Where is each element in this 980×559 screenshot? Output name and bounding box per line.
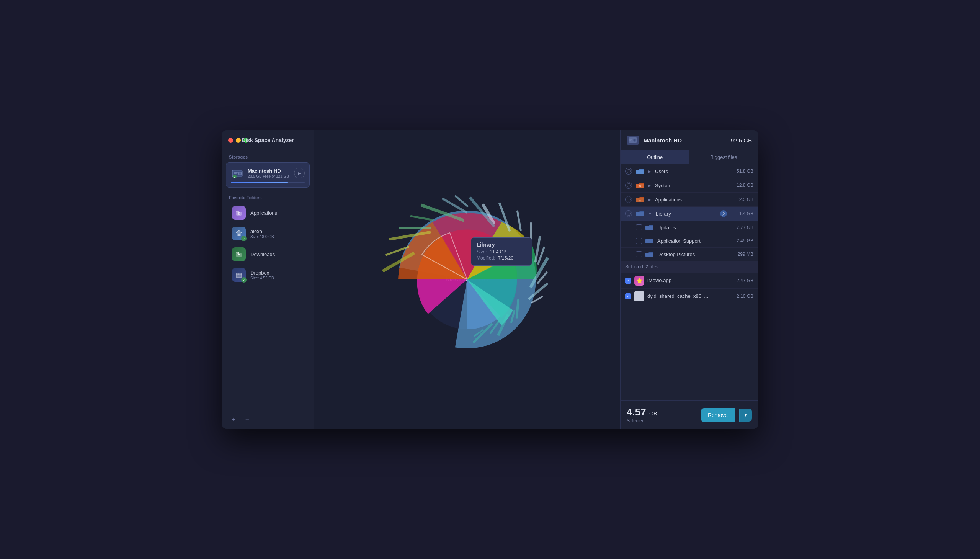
storages-label: Storages — [222, 150, 314, 162]
file-row-system[interactable]: ⓘ ✕ ▶ System 12.8 GB — [621, 179, 758, 193]
info-btn-users[interactable]: ⓘ — [625, 168, 632, 175]
info-btn-applications[interactable]: ⓘ — [625, 196, 632, 203]
selected-file-dyld[interactable]: dyld_shared_cache_x86_... 2.10 GB — [621, 289, 758, 304]
info-btn-system[interactable]: ⓘ — [625, 182, 632, 189]
right-header-title: Macintosh HD — [643, 137, 726, 144]
expand-arrow-system[interactable]: ▶ — [648, 184, 651, 188]
sidebar-item-downloads[interactable]: Downloads — [225, 244, 311, 264]
checkbox-desktop-pictures[interactable] — [636, 251, 642, 257]
file-row-app-support[interactable]: Application Support 2.45 GB — [621, 234, 758, 248]
storage-progress-fill — [231, 182, 288, 184]
storage-item-left: ✓ Macintosh HD 28.5 GB Free of 121 GB — [231, 167, 289, 180]
box-icon — [235, 271, 243, 279]
navigate-icon-library[interactable] — [720, 210, 727, 217]
sidebar-item-applications[interactable]: ⊞ Applications — [225, 203, 311, 223]
tabs: Outline Biggest files — [621, 150, 758, 164]
file-name-system: System — [655, 183, 727, 189]
dropbox-icon-wrap: ✓ — [232, 268, 246, 282]
svg-point-53 — [720, 210, 727, 217]
favorites-label: Favorite Folders — [222, 190, 314, 203]
file-list: ⓘ ▶ Users 51.8 GB ⓘ ✕ ▶ System 1 — [621, 164, 758, 261]
checkbox-updates[interactable] — [636, 224, 642, 230]
tab-biggest-files[interactable]: Biggest files — [689, 150, 759, 164]
svg-rect-55 — [645, 239, 653, 243]
info-btn-library[interactable]: ⓘ — [625, 210, 632, 217]
dropbox-info: Dropbox Size: 4.52 GB — [250, 270, 304, 280]
add-button[interactable]: + — [229, 415, 238, 424]
storage-free: 28.5 GB Free of 121 GB — [248, 174, 289, 179]
folder-icon-applications: ⊞ — [635, 196, 645, 203]
svg-rect-32 — [399, 227, 431, 229]
downloads-info: Downloads — [250, 251, 304, 257]
svg-rect-13 — [236, 252, 239, 253]
scan-button[interactable]: ▶ — [294, 168, 305, 179]
selected-size-display: 4.57 GB — [627, 406, 696, 418]
remove-dropdown-button[interactable]: ▼ — [739, 408, 752, 422]
downloads-icon — [235, 250, 243, 258]
selected-size: 4.57 GB Selected — [627, 406, 696, 423]
sidebar-item-dropbox[interactable]: ✓ Dropbox Size: 4.52 GB — [225, 265, 311, 285]
imovie-icon: ⭐ — [634, 276, 644, 286]
hdd-icon: ✓ — [231, 167, 244, 180]
folder-icon-app-support — [645, 237, 654, 244]
dropbox-size: Size: 4.52 GB — [250, 276, 304, 280]
tooltip-title: Library — [477, 241, 526, 248]
sidebar-bottom: + − — [222, 410, 314, 429]
sidebar: Disk Space Analyzer Storages ✓ — [222, 130, 314, 429]
file-row-applications[interactable]: ⓘ ⊞ ▶ Applications 12.5 GB — [621, 193, 758, 207]
sidebar-item-alexa[interactable]: ✓ alexa Size: 18.0 GB — [225, 223, 311, 243]
expand-arrow-users[interactable]: ▶ — [648, 169, 651, 174]
tooltip-size-label: Size: — [477, 249, 487, 255]
disk-chart[interactable]: Macintosh HD — [371, 184, 563, 375]
checkbox-imovie[interactable] — [625, 278, 631, 284]
expand-arrow-applications[interactable]: ▶ — [648, 198, 651, 202]
tooltip-modified-row: Modified: 7/15/20 — [477, 255, 526, 261]
svg-text:✓: ✓ — [233, 176, 236, 179]
file-row-users[interactable]: ⓘ ▶ Users 51.8 GB — [621, 164, 758, 179]
svg-rect-20 — [530, 222, 532, 239]
file-name-applications: Applications — [655, 197, 727, 203]
right-panel: Macintosh HD 92.6 GB Outline Biggest fil… — [620, 130, 758, 429]
checkbox-app-support[interactable] — [636, 238, 642, 244]
svg-rect-46 — [630, 141, 631, 141]
file-size-applications: 12.5 GB — [730, 197, 754, 202]
selected-size-num: 4.57 — [627, 406, 646, 418]
selected-size-unit: GB — [649, 410, 657, 417]
bottom-bar: 4.57 GB Selected Remove ▼ — [621, 400, 758, 429]
dyld-icon — [634, 291, 644, 301]
svg-rect-54 — [645, 226, 653, 230]
chart-tooltip: Library Size: 11.4 GB Modified: 7/15/20 — [471, 237, 532, 266]
downloads-name: Downloads — [250, 251, 304, 257]
checkbox-dyld[interactable] — [625, 293, 631, 299]
storage-progress-bg — [231, 182, 305, 184]
svg-rect-31 — [410, 215, 433, 221]
apps-folder-icon: ⊞ — [235, 209, 243, 217]
expand-arrow-library[interactable]: ▼ — [648, 212, 652, 216]
tab-outline[interactable]: Outline — [621, 150, 689, 164]
selected-file-imovie[interactable]: ⭐ iMovie.app 2.47 GB — [621, 273, 758, 289]
folder-icon-library — [635, 210, 645, 217]
svg-text:✕: ✕ — [638, 184, 641, 188]
storage-item-header: ✓ Macintosh HD 28.5 GB Free of 121 GB ▶ — [231, 167, 305, 180]
svg-point-44 — [634, 139, 635, 141]
hdd-sm-icon — [628, 137, 637, 144]
storage-item-macintosh-hd[interactable]: ✓ Macintosh HD 28.5 GB Free of 121 GB ▶ — [226, 162, 310, 188]
app-window: Disk Space Analyzer Storages ✓ — [222, 130, 758, 429]
titlebar: Disk Space Analyzer — [222, 130, 314, 150]
right-header-size: 92.6 GB — [731, 137, 752, 144]
file-row-desktop-pictures[interactable]: Desktop Pictures 299 MB — [621, 248, 758, 261]
file-name-app-support: Application Support — [657, 238, 727, 244]
dyld-name: dyld_shared_cache_x86_... — [647, 293, 727, 299]
remove-button[interactable]: − — [243, 415, 252, 424]
remove-button[interactable]: Remove — [701, 408, 735, 422]
svg-rect-4 — [234, 172, 238, 173]
file-row-library[interactable]: ⓘ ▼ Library 11.4 GB — [621, 207, 758, 221]
minimize-button[interactable] — [236, 138, 241, 143]
svg-rect-47 — [636, 170, 644, 174]
file-row-updates[interactable]: Updates 7.77 GB — [621, 221, 758, 234]
svg-rect-5 — [234, 174, 236, 174]
file-name-library: Library — [656, 211, 717, 217]
close-button[interactable] — [228, 138, 233, 143]
svg-rect-56 — [645, 253, 653, 256]
chart-container: Macintosh HD — [371, 184, 563, 375]
